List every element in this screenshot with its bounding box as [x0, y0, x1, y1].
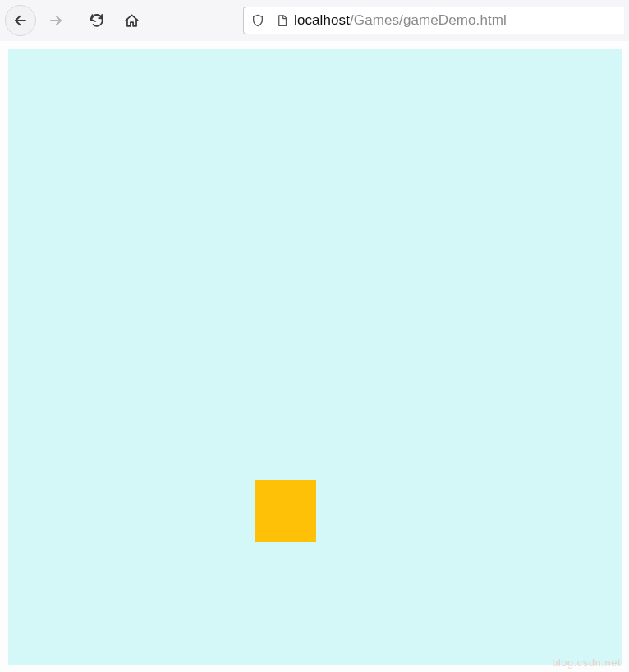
address-bar[interactable]: localhost/Games/gameDemo.html	[243, 7, 624, 34]
url-path: /Games/gameDemo.html	[350, 12, 507, 28]
page-icon[interactable]	[273, 13, 291, 28]
back-button[interactable]	[5, 5, 36, 36]
url-host: localhost	[294, 12, 350, 28]
home-icon	[124, 13, 140, 29]
shield-icon[interactable]	[249, 13, 267, 28]
arrow-left-icon	[13, 13, 28, 28]
separator	[269, 11, 269, 30]
reload-button[interactable]	[84, 7, 110, 34]
browser-toolbar: localhost/Games/gameDemo.html	[0, 0, 629, 41]
reload-icon	[90, 13, 104, 28]
player-square[interactable]	[255, 480, 316, 542]
forward-button[interactable]	[43, 7, 69, 34]
page-content: blog.csdn.net	[0, 41, 629, 672]
url-text: localhost/Games/gameDemo.html	[294, 12, 507, 29]
game-canvas[interactable]	[8, 49, 622, 665]
arrow-right-icon	[48, 13, 63, 28]
home-button[interactable]	[118, 7, 145, 34]
watermark: blog.csdn.net	[552, 656, 621, 669]
